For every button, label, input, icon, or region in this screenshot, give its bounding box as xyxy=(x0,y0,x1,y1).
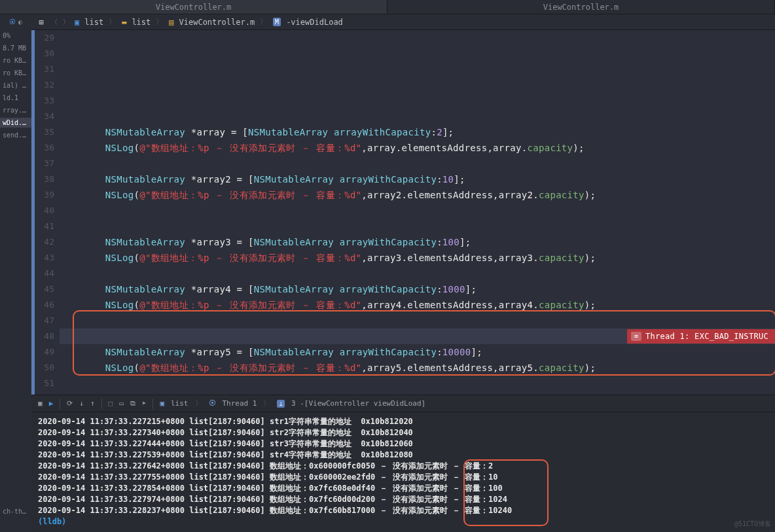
tab-bar: ViewController.m ViewController.m xyxy=(0,0,775,14)
code-line[interactable] xyxy=(60,391,775,395)
line-number: 37 xyxy=(35,156,54,171)
line-number: 36 xyxy=(35,140,54,156)
tab-right[interactable]: ViewController.m xyxy=(388,0,775,14)
debug-view-icon[interactable]: ⬚ xyxy=(109,399,113,408)
nav-forward-icon[interactable]: 〉 xyxy=(63,18,69,27)
debug-graph-icon[interactable]: ⧉ xyxy=(130,399,135,408)
line-number: 35 xyxy=(35,124,54,140)
target-icon: ▣ xyxy=(160,399,164,408)
step-over-icon[interactable]: ⟳ xyxy=(67,399,73,408)
file-m-icon: ▤ xyxy=(169,18,173,27)
line-number: 34 xyxy=(35,109,54,124)
line-number: 42 xyxy=(35,234,54,250)
jump-item-4[interactable]: -viewDidLoad xyxy=(286,18,343,27)
line-number: 40 xyxy=(35,203,54,219)
jump-item-3[interactable]: ViewController.m xyxy=(179,18,255,27)
folder-icon: ▬ xyxy=(122,18,126,27)
console-line: 2020-09-14 11:37:33.227215+0800 list[218… xyxy=(38,416,768,427)
console-output[interactable]: @51CTO博客 2020-09-14 11:37:33.227215+0800… xyxy=(31,412,775,532)
method-icon: M xyxy=(273,18,281,26)
code-line[interactable] xyxy=(60,219,775,234)
jump-item-1[interactable]: list xyxy=(84,18,103,27)
line-numbers: 2930313233343536373839404142434445464748… xyxy=(35,30,60,395)
debug-location-icon[interactable]: ➤ xyxy=(142,399,147,408)
sidebar-row[interactable]: ld.1 xyxy=(0,93,31,103)
line-number: 48 xyxy=(35,328,54,344)
code-line[interactable] xyxy=(60,266,775,281)
status-icon-2: ◐ xyxy=(18,18,22,26)
sidebar-row-selected[interactable]: wDid... xyxy=(0,118,31,128)
console-line: 2020-09-14 11:37:33.227444+0800 list[218… xyxy=(38,438,768,450)
watermark: @51CTO博客 xyxy=(734,518,771,529)
line-number: 33 xyxy=(35,93,54,109)
console-thread[interactable]: Thread 1 xyxy=(223,399,257,408)
frame-icon: ⊥ xyxy=(277,400,284,408)
status-icon-1: ⦿ xyxy=(9,18,16,26)
code-line[interactable] xyxy=(60,156,775,171)
rate-1: ro KB/s xyxy=(0,56,31,65)
console-line: 2020-09-14 11:37:33.227539+0800 list[218… xyxy=(38,450,768,461)
console-toggle-icon[interactable]: ▣ xyxy=(38,399,43,408)
console-target[interactable]: list xyxy=(171,399,189,408)
line-number: 46 xyxy=(35,297,54,313)
continue-icon[interactable]: ▶ xyxy=(49,399,54,408)
code-line[interactable] xyxy=(60,313,775,328)
line-number: 31 xyxy=(35,62,54,77)
grid-icon[interactable]: ⊞ xyxy=(37,18,46,27)
sidebar-bottom[interactable]: ch-th... xyxy=(0,506,31,516)
code-line[interactable]: NSLog(@"数组地址：%p － 没有添加元素时 － 容量：%d",array… xyxy=(60,140,775,156)
line-number: 32 xyxy=(35,77,54,93)
code-editor[interactable]: 2930313233343536373839404142434445464748… xyxy=(31,30,775,395)
tab-left[interactable]: ViewController.m xyxy=(0,0,388,14)
code-line[interactable]: NSLog(@"数组地址：%p － 没有添加元素时 － 容量：%d",array… xyxy=(60,187,775,203)
debug-memory-icon[interactable]: ▭ xyxy=(119,399,124,408)
code-line[interactable]: NSLog(@"数组地址：%p － 没有添加元素时 － 容量：%d",array… xyxy=(60,360,775,376)
line-number: 50 xyxy=(35,360,54,376)
code-line[interactable]: NSLog(@"数组地址：%p － 没有添加元素时 － 容量：%d",array… xyxy=(60,297,775,313)
line-number: 38 xyxy=(35,171,54,187)
console-line: 2020-09-14 11:37:33.227642+0800 list[218… xyxy=(38,461,768,472)
console-line: 2020-09-14 11:37:33.227974+0800 list[218… xyxy=(38,494,768,505)
nav-back-icon[interactable]: 〈 xyxy=(51,18,58,27)
line-number: 44 xyxy=(35,266,54,281)
cpu-percent: 0% xyxy=(0,31,31,41)
line-number: 51 xyxy=(35,376,54,391)
code-line[interactable]: NSMutableArray *array = [NSMutableArray … xyxy=(60,124,775,140)
code-line[interactable]: NSMutableArray *array2 = [NSMutableArray… xyxy=(60,171,775,187)
console-line: 2020-09-14 11:37:33.227854+0800 list[218… xyxy=(38,483,768,494)
code-line[interactable] xyxy=(60,376,775,391)
code-content[interactable]: ≡ Thread 1: EXC_BAD_INSTRUC NSMutableArr… xyxy=(60,30,775,395)
code-line[interactable]: NSMutableArray *array5 = [NSMutableArray… xyxy=(60,344,775,360)
console-frame[interactable]: 3 -[ViewController viewDidLoad] xyxy=(291,399,425,408)
step-out-icon[interactable]: ↑ xyxy=(90,399,95,408)
sidebar-row[interactable]: rray... xyxy=(0,105,31,115)
error-icon: ≡ xyxy=(631,332,641,341)
memory-value: 8.7 MB xyxy=(0,43,31,53)
code-line[interactable]: NSMutableArray *array4 = [NSMutableArray… xyxy=(60,281,775,297)
jump-bar: ⊞ 〈 〉 ▣ list 〉 ▬ list 〉 ▤ ViewController… xyxy=(31,14,775,30)
error-text: Thread 1: EXC_BAD_INSTRUC xyxy=(645,328,768,344)
console-line: 2020-09-14 11:37:33.228237+0800 list[218… xyxy=(38,505,768,516)
console-line: 2020-09-14 11:37:33.227340+0800 list[218… xyxy=(38,427,768,438)
debug-sidebar: ⦿ ◐ 0% 8.7 MB ro KB/s ro KB/s ial) ⚠️ ld… xyxy=(0,14,31,532)
line-number: 49 xyxy=(35,344,54,360)
console-panel: ▣ ▶ ⟳ ↓ ↑ ⬚ ▭ ⧉ ➤ ▣ list 〉 ⦿ Thread 1 〉 … xyxy=(31,395,775,532)
error-badge[interactable]: ≡ Thread 1: EXC_BAD_INSTRUC xyxy=(627,329,775,344)
line-number: 30 xyxy=(35,46,54,62)
project-icon: ▣ xyxy=(75,18,79,27)
sidebar-row[interactable]: send... xyxy=(0,130,31,140)
sidebar-row[interactable]: ial) ⚠️ xyxy=(0,80,31,90)
line-number: 47 xyxy=(35,313,54,328)
jump-item-2[interactable]: list xyxy=(132,18,151,27)
line-number: 45 xyxy=(35,281,54,297)
code-line[interactable] xyxy=(60,203,775,219)
rate-2: ro KB/s xyxy=(0,68,31,78)
line-number: 39 xyxy=(35,187,54,203)
line-number: 43 xyxy=(35,250,54,266)
code-line[interactable]: NSMutableArray *array3 = [NSMutableArray… xyxy=(60,234,775,250)
code-line[interactable]: NSLog(@"数组地址：%p － 没有添加元素时 － 容量：%d",array… xyxy=(60,250,775,266)
line-number: 41 xyxy=(35,219,54,234)
code-line[interactable] xyxy=(60,109,775,124)
step-into-icon[interactable]: ↓ xyxy=(79,399,84,408)
lldb-prompt[interactable]: (lldb) xyxy=(38,516,768,527)
